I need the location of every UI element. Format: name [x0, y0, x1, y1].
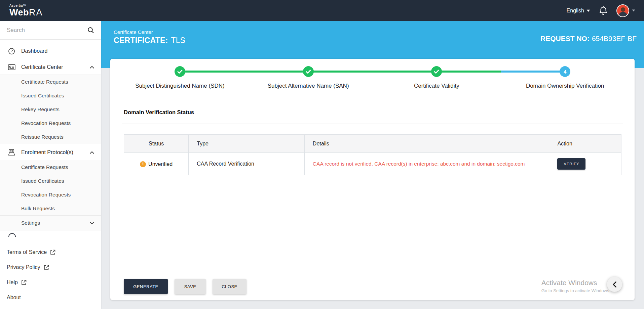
sidebar-item-cc-reissue-requests[interactable]: Reissue Requests [0, 130, 101, 144]
step-complete-icon [431, 66, 442, 77]
domain-verification-table: Status Type Details Action i Unverified [124, 134, 621, 175]
enrolment-protocol-icon [8, 149, 15, 156]
footer-link-label: Terms of Service [7, 249, 47, 255]
request-number-value: 654B93EF-BF [592, 35, 637, 42]
sidebar-item-cc-certificate-requests[interactable]: Certificate Requests [0, 75, 101, 89]
chevron-up-icon [90, 66, 94, 69]
sidebar-item-ep-revocation-requests[interactable]: Revocation Requests [0, 188, 101, 202]
app-logo: Ascertia™ WebRA [9, 4, 43, 17]
column-header-type: Type [189, 135, 305, 153]
step-label: Domain Ownership Verification [501, 83, 629, 89]
sidebar-item-certificate-center[interactable]: Certificate Center [0, 60, 101, 74]
enrolment-submenu: Certificate Requests Issued Certificates… [0, 160, 101, 230]
watermark-title: Activate Windows [541, 279, 610, 287]
collapse-panel-button[interactable] [607, 277, 622, 292]
sub-item-label: Rekey Requests [21, 106, 60, 113]
form-actions: GENERATE SAVE CLOSE [124, 279, 247, 294]
brand-product: WebRA [9, 7, 43, 17]
sub-item-label: Settings [21, 220, 40, 226]
section-divider [122, 124, 623, 124]
terms-of-service-link[interactable]: Terms of Service [0, 245, 101, 260]
chevron-up-icon [90, 151, 94, 154]
brand-ra: RA [29, 7, 43, 17]
content-card: Subject Distinguished Name (SDN) Subject… [110, 59, 635, 300]
notifications-bell-icon[interactable] [599, 6, 608, 15]
sub-item-label: Bulk Requests [21, 206, 55, 212]
brand-web: Web [9, 7, 29, 17]
chevron-left-icon [613, 281, 616, 288]
sub-item-label: Certificate Requests [21, 79, 68, 85]
sidebar-item-cc-rekey-requests[interactable]: Rekey Requests [0, 102, 101, 116]
search-icon[interactable] [87, 27, 94, 34]
sidebar-item-cc-revocation-requests[interactable]: Revocation Requests [0, 116, 101, 130]
verify-button[interactable]: VERIFY [557, 158, 585, 170]
external-link-icon [50, 250, 55, 255]
chevron-down-icon [586, 9, 590, 12]
sub-item-label: Issued Certificates [21, 93, 64, 99]
type-cell: CAA Record Verification [189, 153, 305, 175]
request-number: REQUEST NO:654B93EF-BF [540, 35, 637, 43]
chevron-down-icon [632, 9, 635, 12]
activate-windows-watermark: Activate Windows Go to Settings to activ… [541, 279, 610, 293]
sidebar-item-dashboard[interactable]: Dashboard [0, 44, 101, 58]
sidebar-item-label: Certificate Center [21, 64, 63, 70]
sidebar-item-enrolment-protocols[interactable]: Enrolment Protocol(s) [0, 146, 101, 159]
language-label: English [567, 8, 584, 14]
page-title-label: CERTIFICATE: [114, 36, 168, 45]
sidebar-item-ep-bulk-requests[interactable]: Bulk Requests [0, 202, 101, 215]
privacy-policy-link[interactable]: Privacy Policy [0, 260, 101, 275]
step-domain-verification[interactable]: 4 Domain Ownership Verification [501, 66, 629, 89]
main-content: Certificate Center CERTIFICATE:TLS REQUE… [101, 21, 644, 309]
column-header-details: Details [304, 135, 551, 153]
step-label: Subject Alternative Name (SAN) [244, 83, 373, 89]
step-sdn[interactable]: Subject Distinguished Name (SDN) [116, 66, 244, 89]
step-label: Subject Distinguished Name (SDN) [116, 83, 244, 89]
sub-item-label: Revocation Requests [21, 192, 71, 198]
step-label: Certificate Validity [373, 83, 501, 89]
breadcrumb: Certificate Center [114, 29, 153, 35]
details-cell: CAA record is not verified. CAA record(s… [304, 153, 551, 175]
footer-link-label: Privacy Policy [7, 264, 40, 270]
column-header-status: Status [124, 135, 189, 153]
certificate-icon [8, 64, 15, 70]
page-title: CERTIFICATE:TLS [114, 36, 185, 45]
about-link[interactable]: About [0, 290, 101, 305]
sidebar-search [0, 21, 101, 40]
user-menu[interactable] [616, 4, 635, 17]
footer-link-label: About [7, 295, 21, 301]
sidebar-item-ep-issued-certificates[interactable]: Issued Certificates [0, 174, 101, 188]
help-link[interactable]: Help [0, 275, 101, 290]
sidebar-item-cc-issued-certificates[interactable]: Issued Certificates [0, 89, 101, 102]
sidebar: Dashboard Certificate Center Certificate… [0, 21, 101, 309]
request-number-label: REQUEST NO: [540, 35, 590, 42]
sub-item-label: Reissue Requests [21, 134, 64, 140]
check-icon [434, 70, 439, 74]
sidebar-item-ep-certificate-requests[interactable]: Certificate Requests [0, 160, 101, 174]
sidebar-nav: Dashboard Certificate Center Certificate… [0, 40, 101, 230]
step-san[interactable]: Subject Alternative Name (SAN) [244, 66, 373, 89]
user-avatar [616, 4, 629, 17]
footer-link-label: Help [7, 279, 18, 285]
sub-item-label: Issued Certificates [21, 178, 64, 184]
generate-button[interactable]: GENERATE [124, 279, 168, 294]
check-icon [177, 70, 183, 74]
column-header-action: Action [551, 135, 621, 153]
search-input[interactable] [7, 27, 87, 34]
language-selector[interactable]: English [567, 8, 590, 14]
sub-item-label: Revocation Requests [21, 120, 71, 126]
brand-company: Ascertia™ [9, 4, 43, 7]
table-header-row: Status Type Details Action [124, 135, 621, 153]
close-button[interactable]: CLOSE [213, 279, 247, 294]
action-cell: VERIFY [551, 153, 621, 175]
step-complete-icon [303, 66, 314, 77]
chevron-down-icon [90, 222, 94, 224]
sidebar-footer: Terms of Service Privacy Policy Help Abo… [0, 237, 101, 309]
status-badge: Unverified [148, 161, 173, 167]
check-icon [306, 70, 311, 74]
step-validity[interactable]: Certificate Validity [373, 66, 501, 89]
sidebar-item-settings[interactable]: Settings [0, 215, 101, 230]
external-link-icon [21, 280, 27, 285]
step-number-badge: 4 [560, 66, 570, 77]
save-button[interactable]: SAVE [175, 279, 206, 294]
external-link-icon [44, 265, 49, 270]
